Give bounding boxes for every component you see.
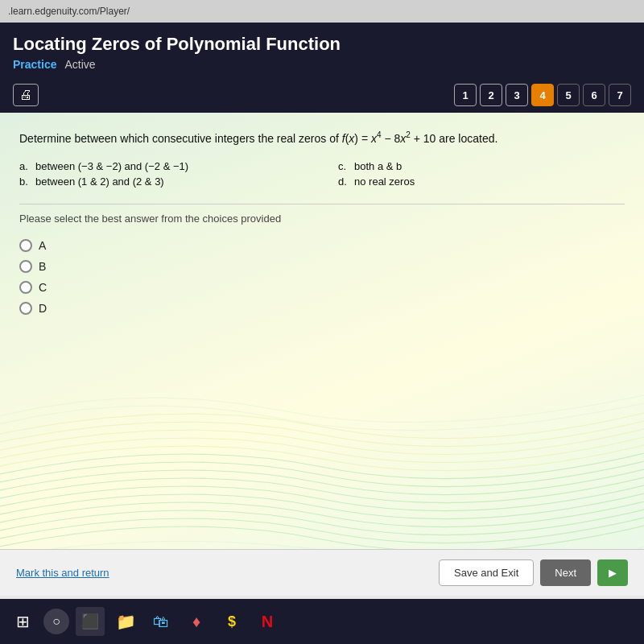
mark-return-button[interactable]: Mark this and return: [16, 567, 109, 579]
file-explorer-icon[interactable]: 📁: [111, 607, 140, 636]
page-header: Locating Zeros of Polynomial Function Pr…: [0, 23, 644, 79]
question-num-3[interactable]: 3: [506, 84, 528, 106]
radio-option-b[interactable]: B: [19, 260, 625, 273]
radio-option-c[interactable]: C: [19, 281, 625, 294]
save-exit-button[interactable]: Save and Exit: [439, 559, 534, 586]
header-subtitle: Practice Active: [13, 58, 631, 71]
radio-option-d[interactable]: D: [19, 302, 625, 315]
main-content: Determine between which consecutive inte…: [0, 113, 644, 564]
app-icon-1[interactable]: ♦: [182, 607, 211, 636]
netflix-icon[interactable]: N: [253, 607, 282, 636]
start-button[interactable]: ⊞: [8, 607, 37, 636]
radio-circle-c: [19, 281, 32, 294]
toolbar: 🖨 1 2 3 4 5 6 7: [0, 79, 644, 113]
select-instruction: Please select the best answer from the c…: [19, 213, 625, 225]
next-button[interactable]: Next: [540, 559, 591, 586]
question-num-1[interactable]: 1: [454, 84, 477, 106]
choice-d: d. no real zeros: [338, 175, 625, 188]
practice-label: Practice: [13, 58, 56, 71]
question-numbers: 1 2 3 4 5 6 7: [454, 84, 631, 106]
taskbar: ⊞ ○ ⬛ 📁 🛍 ♦ $ N: [0, 599, 644, 644]
bottom-bar: Mark this and return Save and Exit Next …: [0, 549, 644, 596]
submit-button[interactable]: ▶: [597, 559, 628, 586]
browser-url: .learn.edgenuity.com/Player/: [8, 6, 130, 17]
page-title: Locating Zeros of Polynomial Function: [13, 34, 631, 55]
bottom-buttons: Save and Exit Next ▶: [439, 559, 628, 586]
radio-options: A B C D: [19, 239, 625, 315]
choice-c: c. both a & b: [338, 160, 625, 172]
question-num-4[interactable]: 4: [531, 84, 554, 106]
browser-bar: .learn.edgenuity.com/Player/: [0, 0, 644, 23]
question-num-7[interactable]: 7: [609, 84, 631, 106]
divider: [19, 204, 625, 204]
radio-circle-a: [19, 239, 32, 252]
active-label: Active: [64, 58, 95, 71]
question-num-5[interactable]: 5: [557, 84, 580, 106]
radio-option-a[interactable]: A: [19, 239, 625, 252]
question-num-6[interactable]: 6: [583, 84, 605, 106]
choice-a: a. between (−3 & −2) and (−2 & −1): [19, 160, 306, 172]
formula: f: [342, 132, 345, 145]
app-icon-2[interactable]: $: [217, 607, 246, 636]
question-text: Determine between which consecutive inte…: [19, 129, 625, 147]
choice-b: b. between (1 & 2) and (2 & 3): [19, 175, 306, 188]
task-view-button[interactable]: ⬛: [76, 607, 105, 636]
print-button[interactable]: 🖨: [13, 84, 39, 106]
store-icon[interactable]: 🛍: [147, 607, 175, 636]
search-button[interactable]: ○: [43, 609, 69, 634]
radio-circle-d: [19, 302, 32, 315]
question-num-2[interactable]: 2: [480, 84, 502, 106]
choices-grid: a. between (−3 & −2) and (−2 & −1) c. bo…: [19, 160, 625, 188]
radio-circle-b: [19, 260, 32, 273]
